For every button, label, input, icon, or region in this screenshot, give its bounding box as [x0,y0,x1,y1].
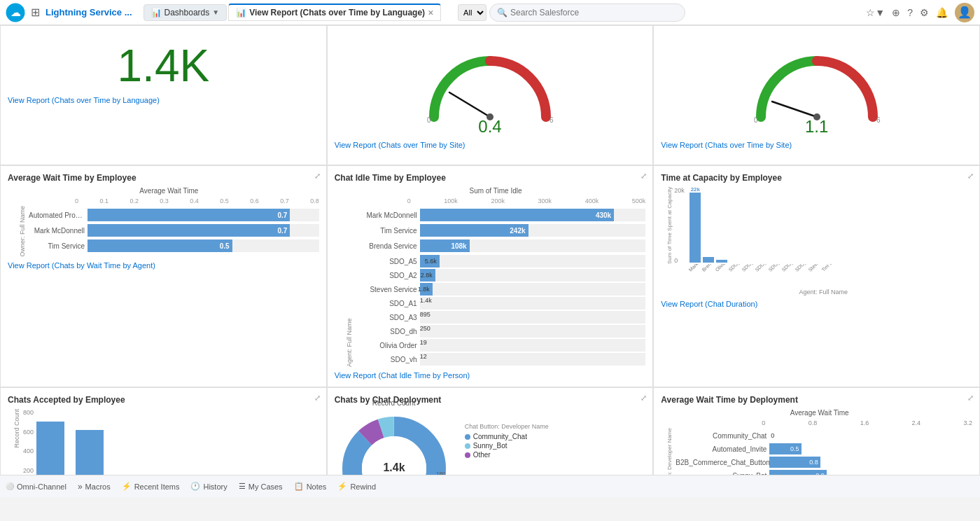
bar-value: 5.6k [425,258,437,265]
bar-value: 0.5 [220,242,230,250]
bar-fill [703,257,714,263]
bottom-rewind[interactable]: ⚡ Rewind [337,482,376,491]
bar-value: 19 [420,339,646,346]
view-report-time-capacity[interactable]: View Report (Chat Duration) [661,300,972,308]
chats-deployment-expand[interactable]: ⤢ [640,394,647,403]
table-row: Automated Process 0.7 [29,209,319,221]
time-capacity-expand[interactable]: ⤢ [967,172,974,181]
bar-label: SDO_vh [356,356,417,363]
bottom-bar: ⚪ Omni-Channel » Macros ⚡ Recent Items 🕐… [0,475,980,497]
bar-container: 0.8 [769,457,972,468]
dashboards-icon: 📊 [151,8,162,18]
bar-label: B2B_Commerce_Chat_Buttons [676,459,766,466]
bar-value: 108k [451,242,466,250]
bar-container: 1.4k [420,297,646,310]
history-label: History [203,482,227,491]
bar-container: 895 [420,311,646,324]
svg-text:6: 6 [876,116,881,124]
my-cases-label: My Cases [248,482,283,491]
tab-chat-dashboard[interactable]: 📊 View Report (Chats over Time by Langua… [228,4,441,21]
legend-color [465,443,470,449]
favorites-icon[interactable]: ☆▼ [866,7,885,18]
svg-text:0: 0 [427,116,431,124]
table-row [743,262,754,263]
settings-icon[interactable]: ⚙ [920,7,929,18]
help-icon[interactable]: ? [907,7,913,18]
notes-icon: 📋 [294,482,304,491]
bar-value: 250 [420,325,646,332]
chat-idle-card: Chat Idle Time by Employee ⤢ Sum of Time… [327,165,654,387]
add-icon[interactable]: ⊕ [892,7,900,18]
avg-wait-deploy-expand[interactable]: ⤢ [967,394,974,403]
app-grid-icon[interactable]: ⊞ [31,6,40,19]
salesforce-logo[interactable]: ☁ [6,3,25,22]
rewind-label: Rewind [350,482,376,491]
bar-fill: 0.7 [88,209,290,221]
chat-dashboard-close[interactable]: ✕ [428,9,433,17]
tab-dashboards[interactable]: 📊 Dashboards ▼ [144,4,227,21]
chat-idle-expand[interactable]: ⤢ [640,172,647,181]
y-tick: 400 [23,447,34,454]
bottom-my-cases[interactable]: ☰ My Cases [239,482,283,491]
chats-accepted-card: Chats Accepted by Employee ⤢ Record Coun… [0,387,327,475]
legend-title: Chat Button: Developer Name [465,423,549,430]
bottom-notes[interactable]: 📋 Notes [294,482,327,491]
avg-wait-card: Average Wait Time by Employee ⤢ Average … [0,165,327,387]
bar-value: 0.9 [816,472,825,475]
bar-container: 1.8k [420,283,646,296]
y-tick: 800 [23,409,34,416]
top-card-site-1: 0 6 0.4 View Report (Chats over Time by … [327,25,654,165]
x-axis-title: Agent: Full Name [674,289,972,296]
bar-label: Automated_Invite [676,445,766,453]
bottom-omni-channel[interactable]: ⚪ Omni-Channel [6,482,66,491]
view-report-chat-idle[interactable]: View Report (Chat Idle Time by Person) [335,371,646,380]
bar-label: Community_Chat [676,432,766,440]
dashboards-tab-dropdown[interactable]: ▼ [212,8,219,16]
view-report-language[interactable]: View Report (Chats over Time by Language… [8,96,319,104]
view-report-site-2[interactable]: View Report (Chats over Time by Site) [661,141,972,149]
bar-label: Brenda Service [356,242,417,250]
bar-container: 430k [420,209,646,221]
table-row: Automated_Invite 0.5 [676,443,972,454]
avg-wait-deploy-y-label: Chat Button: Developer Name [666,428,673,475]
bar-container: 0.5 [88,239,319,252]
top-row-cards: 1.4K View Report (Chats over Time by Lan… [0,25,980,165]
bottom-recent-items[interactable]: ⚡ Recent Items [122,482,180,491]
gauge-value-2: 1.1 [805,117,828,137]
history-icon: 🕐 [190,482,200,491]
x-label: Olivia Order [715,264,726,272]
view-report-avg-wait[interactable]: View Report (Chats by Wait Time by Agent… [8,261,319,270]
bar-label: Mark McDonnell [29,227,85,235]
bar-label: SDO_A5 [356,258,417,265]
search-input[interactable] [510,8,678,18]
avatar[interactable]: 👤 [955,3,974,22]
chats-accepted-expand[interactable]: ⤢ [314,394,321,403]
bar-label: Olivia Order [356,342,417,349]
bar-value: 0.8 [809,459,818,466]
notification-icon[interactable]: 🔔 [936,7,948,18]
bar-fill: 108k [420,239,470,252]
bar-value: 0.7 [277,211,287,219]
avg-wait-axis: 00.10.20.30.40.50.60.70.8 [19,197,319,204]
bar-fill: 5.6k [420,255,440,268]
table-row: Mark McDonnell 0.7 [29,224,319,237]
bottom-macros[interactable]: » Macros [78,482,111,492]
view-report-site-1[interactable]: View Report (Chats over Time by Site) [335,141,646,149]
x-label: Brenda Ser... [701,264,713,272]
table-row [783,262,794,263]
avg-wait-expand[interactable]: ⤢ [314,172,321,181]
search-filter[interactable]: All [458,4,486,21]
bar-container: 0 [769,430,972,441]
table-row: SDO_A3 895 [356,311,646,324]
gauge-chart-2: 0 6 [747,47,887,124]
chats-accepted-y-label: Record Count [13,409,20,448]
chat-idle-chart-title: Sum of Time Idle [346,187,646,195]
svg-text:1.4k: 1.4k [383,461,405,473]
y-tick: 600 [23,429,34,436]
chat-dashboard-tab-label: View Report (Chats over Time by Language… [249,8,425,18]
bar-container: 2.8k [420,269,646,282]
table-row: Sunny_Bot 0.9 [676,470,972,475]
search-box: 🔍 [489,4,685,22]
bottom-history[interactable]: 🕐 History [190,482,227,491]
bar-fill: 430k [420,209,614,221]
